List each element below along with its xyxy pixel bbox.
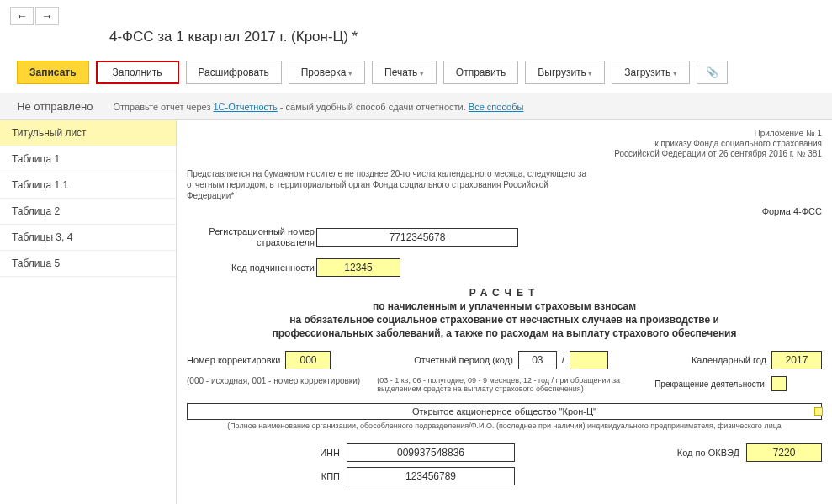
okved-value[interactable]: 7220	[746, 443, 822, 462]
status-label: Не отправлено	[17, 100, 93, 113]
status-bar: Не отправлено Отправьте отчет через 1С-О…	[0, 93, 832, 120]
link-all-methods[interactable]: Все способы	[469, 102, 524, 112]
sidebar-item-table1[interactable]: Таблица 1	[0, 146, 176, 172]
okved-label: Код по ОКВЭД	[677, 448, 746, 459]
import-button[interactable]: Загрузить	[612, 61, 689, 84]
check-button[interactable]: Проверка	[289, 61, 365, 84]
kpp-label: КПП	[187, 471, 347, 482]
sidebar-item-table2[interactable]: Таблица 2	[0, 199, 176, 225]
sidebar-item-table5[interactable]: Таблица 5	[0, 251, 176, 277]
year-label: Календарный год	[692, 355, 766, 366]
save-button[interactable]: Записать	[17, 61, 89, 84]
send-button[interactable]: Отправить	[443, 61, 519, 84]
year-value[interactable]: 2017	[771, 351, 822, 369]
reg-label: Регистрационный номер страхователя	[187, 226, 315, 248]
inn-label: ИНН	[187, 448, 347, 459]
notice: Представляется на бумажном носителе не п…	[187, 168, 591, 201]
link-1c[interactable]: 1С-Отчетность	[214, 102, 278, 112]
status-message: Отправьте отчет через 1С-Отчетность - са…	[113, 102, 523, 112]
export-button[interactable]: Выгрузить	[525, 61, 605, 84]
back-button[interactable]: ←	[10, 7, 34, 25]
content: Приложение № 1 к приказу Фонда социально…	[177, 120, 832, 504]
period-label: Отчетный период (код)	[414, 355, 513, 366]
sidebar-item-table11[interactable]: Таблица 1.1	[0, 172, 176, 199]
fill-button[interactable]: Заполнить	[96, 61, 179, 84]
code-value[interactable]: 12345	[316, 258, 400, 277]
reg-value[interactable]: 7712345678	[316, 228, 518, 247]
org-subtitle: (Полное наименование организации, обособ…	[187, 422, 822, 430]
termination-label: Прекращение деятельности	[654, 379, 765, 389]
code-label: Код подчиненности	[187, 263, 315, 273]
header-appendix: Приложение № 1 к приказу Фонда социально…	[187, 129, 822, 158]
sidebar: Титульный лист Таблица 1 Таблица 1.1 Таб…	[0, 120, 177, 504]
calc-title: РАСЧЕТ по начисленным и уплаченным страх…	[187, 287, 822, 339]
hint-center: (03 - 1 кв; 06 - полугодие; 09 - 9 месяц…	[377, 376, 638, 393]
forward-button[interactable]: →	[35, 7, 59, 25]
attach-button[interactable]: 📎	[697, 61, 728, 84]
sidebar-item-table34[interactable]: Таблицы 3, 4	[0, 225, 176, 251]
page-title: 4-ФСС за 1 квартал 2017 г. (Крон-Ц) *	[0, 25, 832, 56]
inn-value[interactable]: 009937548836	[347, 443, 515, 462]
termination-checkbox[interactable]	[771, 376, 787, 391]
toolbar: Записать Заполнить Расшифровать Проверка…	[0, 56, 832, 93]
corr-label: Номер корректировки	[187, 355, 280, 366]
hint-left: (000 - исходная, 001 - номер корректиров…	[187, 376, 360, 385]
form-name: Форма 4-ФСС	[187, 206, 822, 216]
decrypt-button[interactable]: Расшифровать	[186, 61, 282, 84]
kpp-value[interactable]: 123456789	[347, 467, 515, 485]
sidebar-item-title[interactable]: Титульный лист	[0, 120, 176, 146]
print-button[interactable]: Печать	[372, 61, 437, 84]
marker-icon	[814, 407, 823, 416]
org-name[interactable]: Открытое акционерное общество "Крон-Ц"	[187, 403, 822, 420]
period-value[interactable]: 03	[518, 351, 557, 369]
corr-value[interactable]: 000	[285, 351, 331, 369]
period-extra[interactable]	[570, 351, 608, 369]
